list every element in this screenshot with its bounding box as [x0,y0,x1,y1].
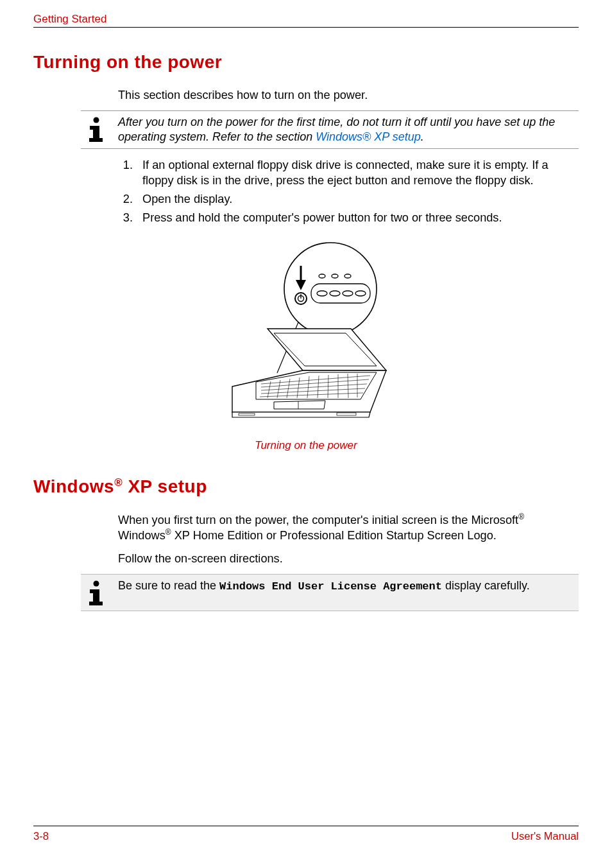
manual-title: User's Manual [511,830,579,842]
page-number: 3-8 [33,830,49,842]
xp-setup-paragraph-2: Follow the on-screen directions. [118,551,579,566]
steps-list: If an optional external floppy disk driv… [118,158,579,225]
heading-windows-xp-setup: Windows® XP setup [33,476,579,497]
note-first-power-on: After you turn on the power for the firs… [81,110,579,149]
step-1: If an optional external floppy disk driv… [136,158,579,188]
figure-power-on [33,239,579,434]
section-name: Getting Started [33,13,106,25]
svg-marker-35 [274,401,325,409]
note-eula: Be sure to read the Windows End User Lic… [81,574,579,611]
info-icon [81,115,118,143]
note-text: After you turn on the power for the firs… [118,115,579,144]
step-3: Press and hold the computer's power butt… [136,211,579,225]
running-header: Getting Started [33,13,579,28]
page-footer: 3-8 User's Manual [33,826,579,842]
figure-caption: Turning on the power [33,439,579,452]
link-windows-xp-setup[interactable]: Windows® XP setup [316,130,421,143]
step-2: Open the display. [136,192,579,207]
xp-setup-paragraph-1: When you first turn on the power, the co… [118,512,579,544]
svg-point-0 [94,117,99,123]
intro-paragraph: This section describes how to turn on th… [118,88,579,103]
svg-point-40 [94,580,99,586]
note-text: Be sure to read the Windows End User Lic… [118,578,579,594]
info-icon [81,578,118,607]
heading-turning-on-power: Turning on the power [33,52,579,73]
svg-marker-17 [274,333,377,366]
svg-rect-11 [311,284,370,303]
